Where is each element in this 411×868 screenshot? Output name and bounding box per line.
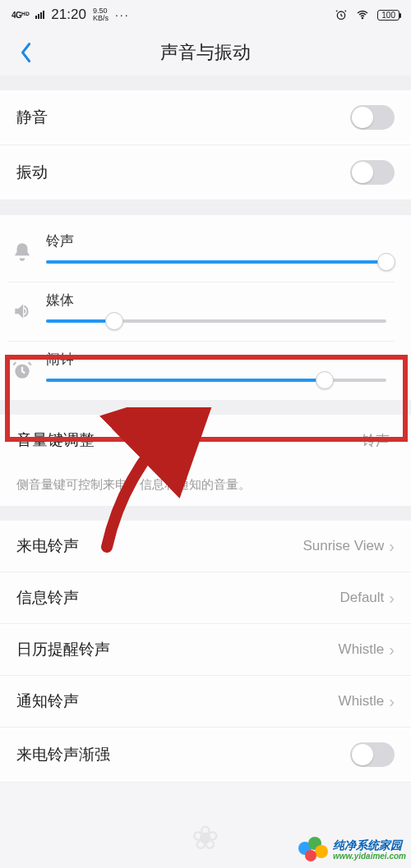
watermark-faint-icon: ❀ (192, 819, 219, 857)
ringtone-slider-label: 铃声 (46, 232, 395, 250)
calendar-ringtone-row[interactable]: 日历提醒铃声 Whistle › (0, 624, 411, 676)
notify-ringtone-value: Whistle (339, 693, 385, 710)
back-chevron-icon (19, 41, 32, 64)
status-right: 100 (335, 8, 399, 21)
alarm-slider-row: 闹钟 (8, 342, 395, 400)
ringtone-slider-row: 铃声 (8, 223, 395, 282)
volume-sliders: 铃声 媒体 闹钟 (0, 215, 411, 400)
message-ringtone-value: Default (339, 590, 384, 606)
media-slider-row: 媒体 (8, 282, 395, 342)
section-gap (0, 200, 411, 215)
svg-point-1 (363, 17, 363, 18)
volume-key-label: 音量键调整 (16, 429, 95, 451)
vibrate-label: 振动 (16, 162, 48, 183)
section-gap (0, 76, 411, 90)
vibrate-toggle[interactable] (350, 160, 395, 185)
page-header: 声音与振动 (0, 30, 411, 76)
message-ringtone-label: 信息铃声 (16, 587, 79, 609)
mute-row[interactable]: 静音 (0, 90, 411, 145)
fadein-toggle[interactable] (350, 742, 395, 767)
speaker-icon (8, 297, 36, 325)
section-gap (0, 400, 411, 415)
volume-key-value: 铃声 (362, 431, 390, 450)
clock: 21:20 (51, 7, 86, 23)
media-slider[interactable] (46, 319, 386, 323)
more-dots-icon: ··· (115, 8, 130, 21)
volume-key-desc: 侧音量键可控制来电、信息和通知的音量。 (16, 477, 251, 491)
watermark: 纯净系统家园 www.yidaimei.com (298, 837, 406, 863)
mute-toggle[interactable] (350, 105, 395, 130)
wifi-icon (356, 8, 369, 21)
calendar-ringtone-label: 日历提醒铃声 (16, 639, 110, 660)
alarm-status-icon (335, 8, 348, 21)
media-slider-label: 媒体 (46, 291, 395, 310)
signal-icon (35, 11, 44, 19)
incoming-ringtone-label: 来电铃声 (16, 535, 79, 557)
net-speed: 9.50 KB/s (93, 7, 109, 22)
page-title: 声音与振动 (160, 40, 251, 65)
incoming-ringtone-row[interactable]: 来电铃声 Sunrise View › (0, 521, 411, 572)
mute-label: 静音 (16, 107, 48, 128)
status-left: 4Gᴴᴰ 21:20 9.50 KB/s ··· (12, 7, 130, 23)
chevron-right-icon: › (389, 641, 395, 659)
back-button[interactable] (13, 40, 38, 65)
bell-icon (8, 238, 36, 266)
status-bar: 4Gᴴᴰ 21:20 9.50 KB/s ··· 100 (0, 0, 411, 30)
incoming-ringtone-value: Sunrise View (302, 538, 384, 554)
volume-key-row[interactable]: 音量键调整 铃声 (0, 415, 411, 466)
watermark-text: 纯净系统家园 www.yidaimei.com (333, 839, 406, 861)
message-ringtone-row[interactable]: 信息铃声 Default › (0, 572, 411, 624)
alarm-slider-label: 闹钟 (46, 350, 395, 369)
chevron-right-icon: › (389, 537, 395, 556)
alarm-slider[interactable] (46, 379, 386, 382)
notify-ringtone-row[interactable]: 通知铃声 Whistle › (0, 676, 411, 728)
network-label: 4Gᴴᴰ (12, 11, 29, 20)
chevron-right-icon: › (389, 589, 395, 608)
vibrate-row[interactable]: 振动 (0, 145, 411, 200)
alarm-icon (8, 356, 36, 384)
ringtone-slider[interactable] (46, 260, 386, 264)
fadein-ringtone-row[interactable]: 来电铃声渐强 (0, 728, 411, 783)
calendar-ringtone-value: Whistle (339, 641, 385, 658)
chevron-right-icon: › (389, 692, 395, 711)
section-gap (0, 506, 411, 521)
fadein-ringtone-label: 来电铃声渐强 (16, 744, 110, 765)
watermark-logo-icon (298, 837, 328, 863)
notify-ringtone-label: 通知铃声 (16, 691, 79, 712)
volume-key-desc-row: 侧音量键可控制来电、信息和通知的音量。 (0, 466, 411, 506)
battery-icon: 100 (377, 10, 399, 21)
